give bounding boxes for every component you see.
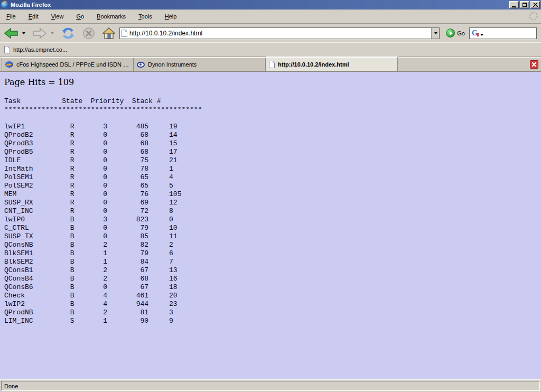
table-row: PolSEM1 R 0 65 4 <box>4 173 541 182</box>
table-row: lwIP2 B 4 944 23 <box>4 300 541 309</box>
table-row: QConsB6 B 0 67 18 <box>4 283 541 292</box>
google-icon: G <box>472 30 478 37</box>
table-row: IntMath R 0 78 1 <box>4 165 541 173</box>
table-row: QConsB4 B 2 68 16 <box>4 275 541 283</box>
tab-2[interactable]: Dynon Instruments <box>134 58 266 71</box>
close-button[interactable] <box>530 1 540 8</box>
menu-edit[interactable]: Edit <box>24 11 43 22</box>
navigation-toolbar: Go G <box>0 24 541 42</box>
table-separator: ****************************************… <box>4 106 541 114</box>
forward-icon <box>33 27 46 39</box>
bookmark-item[interactable]: http://as.cmpnet.co... <box>13 46 67 53</box>
table-row: LIM_INC S 1 90 9 <box>4 317 541 325</box>
table-row: QConsNB B 2 82 2 <box>4 241 541 249</box>
minimize-icon <box>512 6 516 7</box>
table-row: PolSEM2 R 0 65 5 <box>4 182 541 190</box>
url-input[interactable] <box>129 29 431 38</box>
table-row: lwIP1 R 3 485 19 <box>4 123 541 131</box>
cfos-icon <box>5 61 13 68</box>
page-icon <box>269 61 275 68</box>
chevron-down-icon <box>51 32 54 34</box>
minimize-button[interactable] <box>509 1 519 8</box>
tab-label: http://10.0.10.2/index.html <box>278 61 349 68</box>
tab-label: Dynon Instruments <box>148 61 197 68</box>
restore-icon <box>523 3 527 7</box>
menu-go[interactable]: Go <box>72 11 88 22</box>
status-text: Done <box>1 381 540 391</box>
close-icon <box>533 3 538 7</box>
bookmark-page-icon <box>4 46 10 53</box>
go-icon <box>446 29 455 38</box>
table-header: Task State Priority Stack # <box>4 97 541 106</box>
table-row: BlkSEM1 B 1 79 6 <box>4 249 541 258</box>
home-icon <box>102 27 115 39</box>
table-row: QProdB5 R 0 68 17 <box>4 148 541 156</box>
table-row: BlkSEM2 B 1 84 7 <box>4 258 541 266</box>
tab-close-button[interactable] <box>530 60 538 69</box>
chevron-down-icon <box>434 32 437 34</box>
menu-help[interactable]: Help <box>161 11 181 22</box>
reload-button[interactable] <box>60 25 76 41</box>
table-row: CNT_INC R 0 72 8 <box>4 207 541 216</box>
search-input[interactable] <box>483 29 536 38</box>
back-dropdown[interactable] <box>20 25 26 41</box>
home-button[interactable] <box>101 25 116 41</box>
table-row: C_CTRL B 0 79 10 <box>4 224 541 232</box>
table-row: QConsB1 B 2 67 13 <box>4 266 541 275</box>
dynon-icon <box>137 62 145 68</box>
menu-tools[interactable]: Tools <box>134 11 156 22</box>
tab-1[interactable]: cFos Highspeed DSL / PPPoE und ISDN CAP.… <box>2 58 134 71</box>
url-bar <box>119 27 440 39</box>
go-label: Go <box>457 30 465 36</box>
menu-bookmarks[interactable]: Bookmarks <box>92 11 130 22</box>
throbber-icon <box>529 12 538 21</box>
forward-button[interactable] <box>32 25 48 41</box>
chevron-down-icon <box>22 32 25 34</box>
search-box: G <box>469 27 537 39</box>
window-title: Mozilla Firefox <box>11 2 509 8</box>
table-row: SUSP_RX R 0 69 12 <box>4 199 541 207</box>
table-row: lwIP0 B 3 823 0 <box>4 216 541 224</box>
table-row: QProdB3 R 0 68 15 <box>4 139 541 148</box>
back-button[interactable] <box>3 25 19 41</box>
table-row: QProdNB B 2 81 3 <box>4 309 541 317</box>
tab-label: cFos Highspeed DSL / PPPoE und ISDN CAP.… <box>16 61 130 68</box>
url-history-dropdown[interactable] <box>431 28 439 39</box>
reload-icon <box>61 27 75 40</box>
stop-button[interactable] <box>81 25 96 41</box>
stop-icon <box>82 27 95 40</box>
page-hits: Page Hits = 109 <box>4 77 541 87</box>
table-row: MEM R 0 76 105 <box>4 190 541 199</box>
bookmarks-toolbar: http://as.cmpnet.co... <box>0 42 541 57</box>
task-table: Task State Priority Stack # ************… <box>4 97 541 325</box>
menubar-items: FileEditViewGoBookmarksToolsHelp <box>2 13 185 20</box>
page-icon <box>122 30 127 37</box>
table-row: IDLE R 0 75 21 <box>4 156 541 165</box>
restore-button[interactable] <box>520 1 529 8</box>
tab-bar: cFos Highspeed DSL / PPPoE und ISDN CAP.… <box>0 57 541 72</box>
table-row: SUSP_TX B 0 85 11 <box>4 232 541 241</box>
firefox-icon <box>1 1 8 8</box>
page-content: Page Hits = 109 Task State Priority Stac… <box>0 72 541 379</box>
go-button[interactable]: Go <box>443 29 468 38</box>
table-row: QProdB2 R 0 68 14 <box>4 131 541 139</box>
forward-dropdown[interactable] <box>49 25 55 41</box>
back-icon <box>4 27 18 39</box>
status-bar: Done <box>0 379 541 392</box>
window-titlebar: Mozilla Firefox <box>0 0 541 10</box>
menubar: FileEditViewGoBookmarksToolsHelp <box>0 10 541 24</box>
table-row: Check B 4 461 20 <box>4 292 541 300</box>
menu-view[interactable]: View <box>47 11 68 22</box>
menu-file[interactable]: File <box>2 11 20 22</box>
tab-3[interactable]: http://10.0.10.2/index.html <box>266 57 398 71</box>
